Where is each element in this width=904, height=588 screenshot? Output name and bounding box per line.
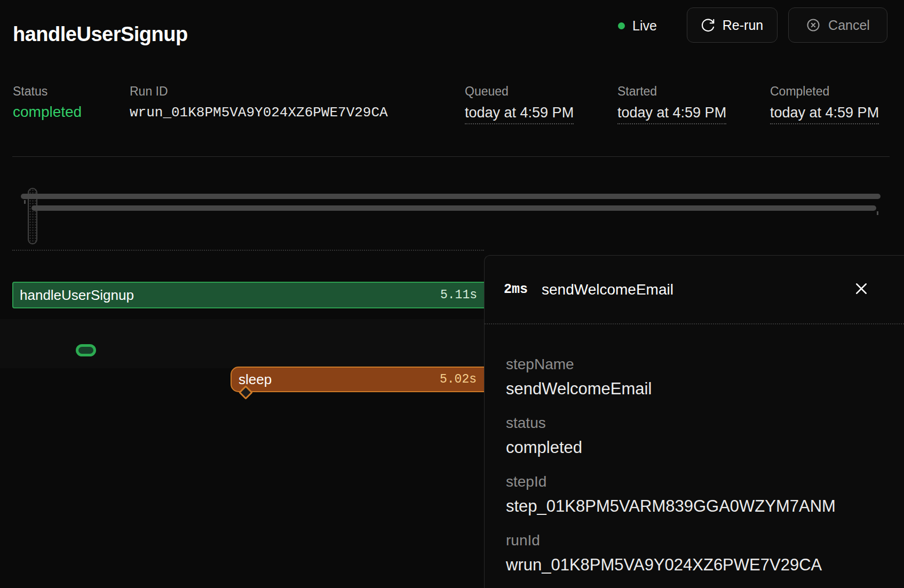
queued-value[interactable]: today at 4:59 PM [465,105,574,124]
started-label: Started [617,84,657,99]
queued-label: Queued [465,84,509,99]
panel-step-duration: 2ms [504,282,528,297]
gantt-bar-duration: 5.02s [232,368,477,391]
step-details-panel: 2ms sendWelcomeEmail stepName sendWelcom… [484,255,904,588]
rerun-label: Re-run [723,18,763,33]
gantt-bar-sendwelcomeemail[interactable] [76,344,96,356]
status-value: completed [13,104,82,121]
live-label: Live [632,18,657,34]
close-panel-button[interactable] [849,277,874,303]
close-icon [853,281,869,299]
page-title: handleUserSignup [13,23,188,46]
run-id-label: Run ID [130,84,168,99]
field-status-label: status [506,414,888,432]
field-stepname-label: stepName [506,355,888,374]
field-stepname-value: sendWelcomeEmail [506,379,888,399]
gantt-top-border [12,250,484,251]
minimap-bar-sleep [31,205,876,211]
live-indicator: Live [618,16,657,35]
panel-body: stepName sendWelcomeEmail status complet… [485,324,904,575]
live-dot-icon [618,22,625,29]
panel-header: 2ms sendWelcomeEmail [485,256,904,324]
gantt-bar-duration: 5.11s [13,283,477,307]
header-divider [12,156,890,157]
field-status-value: completed [506,438,888,457]
started-value[interactable]: today at 4:59 PM [617,105,726,124]
field-stepid-label: stepId [506,473,888,491]
completed-value[interactable]: today at 4:59 PM [770,105,879,124]
minimap-bar-workflow [21,194,881,199]
rerun-button[interactable]: Re-run [687,7,778,43]
minimap-marker-left [24,200,26,204]
selected-row-highlight [0,319,484,368]
completed-label: Completed [770,84,829,99]
field-runid-value: wrun_01K8PM5VA9Y024XZ6PWE7V29CA [506,555,888,575]
field-stepid-value: step_01K8PM5VARM839GGA0WZYM7ANM [506,497,888,516]
minimap-marker-right [877,211,878,215]
run-id-value: wrun_01K8PM5VA9Y024XZ6PWE7V29CA [130,105,388,121]
field-runid-label: runId [506,531,888,550]
cancel-label: Cancel [828,18,870,33]
status-label: Status [13,84,47,99]
cancel-button[interactable]: Cancel [788,7,887,43]
circle-x-icon [806,18,821,33]
panel-step-title: sendWelcomeEmail [542,281,673,298]
refresh-icon [701,18,715,32]
